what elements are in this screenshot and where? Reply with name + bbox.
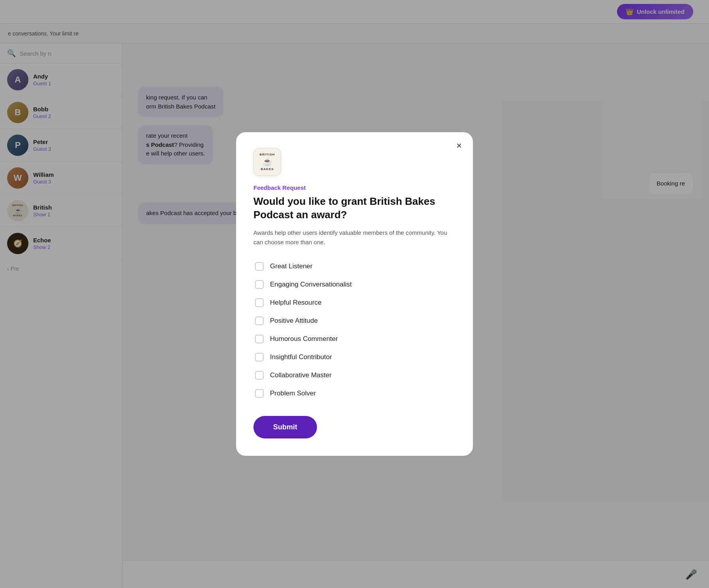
checkbox-positive[interactable] [255, 316, 264, 325]
award-label: Positive Attitude [270, 317, 318, 325]
submit-button[interactable]: Submit [253, 416, 317, 438]
checkbox-insightful[interactable] [255, 353, 264, 361]
award-item[interactable]: Helpful Resource [253, 294, 456, 311]
award-label: Great Listener [270, 262, 313, 270]
checkbox-humorous[interactable] [255, 335, 264, 343]
award-label: Engaging Conversationalist [270, 281, 352, 288]
checkbox-collaborative[interactable] [255, 371, 264, 380]
close-button[interactable]: × [456, 141, 462, 150]
award-item[interactable]: Engaging Conversationalist [253, 276, 456, 293]
award-item[interactable]: Insightful Contributor [253, 349, 456, 365]
award-item[interactable]: Positive Attitude [253, 313, 456, 329]
modal-description: Awards help other users identify valuabl… [253, 228, 456, 247]
award-label: Problem Solver [270, 390, 316, 397]
award-label: Insightful Contributor [270, 353, 332, 361]
award-list: Great Listener Engaging Conversationalis… [253, 258, 456, 402]
award-item[interactable]: Humorous Commenter [253, 331, 456, 347]
logo-text-top: BRITISH [260, 153, 275, 156]
award-label: Collaborative Master [270, 371, 332, 379]
feedback-label: Feedback Request [253, 184, 456, 191]
award-label: Humorous Commenter [270, 335, 338, 343]
award-label: Helpful Resource [270, 299, 321, 307]
modal-title: Would you like to grant British Bakes Po… [253, 195, 456, 222]
cup-icon: ☕ [263, 157, 272, 167]
checkbox-helpful[interactable] [255, 298, 264, 307]
checkbox-problem-solver[interactable] [255, 389, 264, 398]
checkbox-engaging[interactable] [255, 280, 264, 289]
modal-overlay: × BRITISH ☕ BAKES Feedback Request Would… [0, 0, 709, 588]
podcast-logo: BRITISH ☕ BAKES [253, 148, 281, 176]
modal: × BRITISH ☕ BAKES Feedback Request Would… [236, 132, 473, 456]
award-item[interactable]: Collaborative Master [253, 367, 456, 384]
logo-text-bottom: BAKES [261, 167, 274, 171]
award-item[interactable]: Great Listener [253, 258, 456, 275]
checkbox-great-listener[interactable] [255, 262, 264, 271]
award-item[interactable]: Problem Solver [253, 385, 456, 402]
